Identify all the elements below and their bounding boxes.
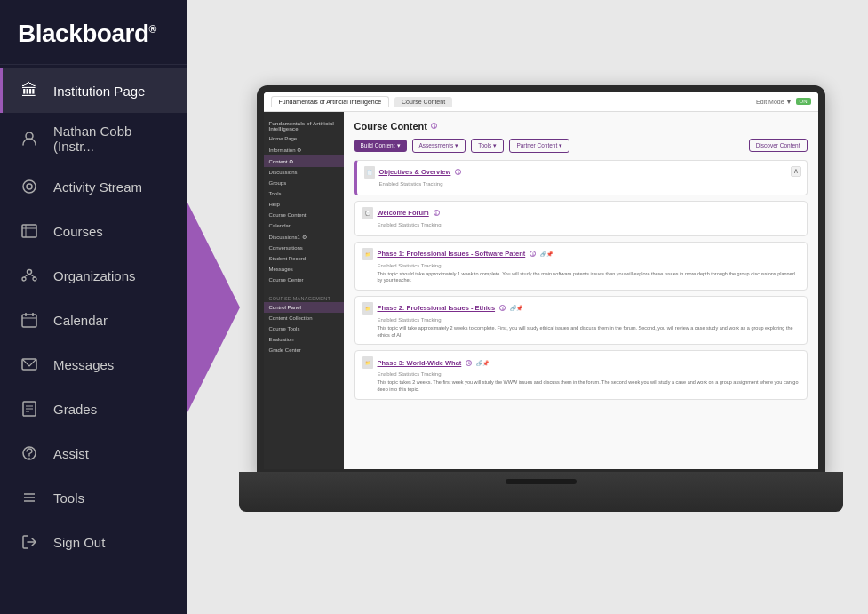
topbar-icons: Edit Mode ▼ ON — [756, 98, 810, 105]
sidebar-item-activity-stream[interactable]: Activity Stream — [0, 164, 187, 209]
sidebar-item-courses[interactable]: Courses — [0, 209, 187, 253]
item3-desc: This topic should take approximately 1 w… — [378, 271, 800, 284]
discover-content-btn[interactable]: Discover Content — [749, 139, 808, 152]
laptop-screen: Fundamentals of Artificial Intelligence … — [257, 85, 825, 476]
inner-nav-evaluation[interactable]: Evaluation — [264, 334, 344, 345]
sidebar-label-activity: Activity Stream — [53, 179, 142, 195]
sidebar-label-grades: Grades — [53, 402, 97, 417]
calendar-icon — [18, 308, 41, 331]
partner-content-btn[interactable]: Partner Content ▾ — [509, 139, 569, 153]
svg-line-9 — [24, 275, 29, 278]
inner-nav-course-center[interactable]: Course Center — [264, 275, 344, 285]
sidebar-item-calendar[interactable]: Calendar — [0, 298, 187, 342]
inner-nav-student-record[interactable]: Student Record — [264, 253, 344, 264]
page-title-info: ℹ — [431, 123, 437, 129]
inner-nav-calendar[interactable]: Calendar — [264, 220, 344, 231]
help-link[interactable]: Edit Mode ▼ — [756, 99, 792, 105]
inner-nav-discussions1[interactable]: Discussions1 ⚙ — [264, 231, 344, 243]
inner-nav-tools[interactable]: Tools — [264, 188, 344, 199]
inner-nav-grade-center[interactable]: Grade Center — [264, 345, 344, 355]
inner-sidebar-title: Fundamentals of Artificial Intelligence — [264, 117, 344, 133]
assessments-btn[interactable]: Assessments ▾ — [412, 139, 466, 153]
screen-topbar: Fundamentals of Artificial Intelligence … — [264, 92, 818, 112]
item4-info: ℹ — [499, 305, 506, 311]
item2-header: 💬 Welcome Forum ℹ — [362, 207, 800, 219]
item1-header: 📄 Objectives & Overview ℹ — [364, 166, 800, 179]
item2-subtitle: Enabled Statistics Tracking — [378, 222, 800, 227]
inner-nav-information[interactable]: Information ⚙ — [264, 144, 344, 155]
item3-header: 📁 Phase 1: Professional Issues - Softwar… — [362, 248, 800, 260]
inner-nav-course-content[interactable]: Course Content — [264, 210, 344, 220]
tab-fundamentals[interactable]: Fundamentals of Artificial Intelligence — [271, 96, 390, 107]
tools-btn[interactable]: Tools ▾ — [471, 139, 504, 153]
item5-info: ℹ — [466, 360, 472, 366]
item3-subtitle: Enabled Statistics Tracking — [378, 263, 800, 268]
item4-title[interactable]: Phase 2: Professional Issues - Ethics — [378, 304, 496, 312]
inner-nav-home[interactable]: Home Page — [264, 133, 344, 144]
activity-icon — [18, 175, 41, 198]
course-management-title: Course Management — [264, 292, 344, 302]
inner-nav-content[interactable]: Content ⚙ — [264, 155, 344, 167]
tab-course-content[interactable]: Course Content — [394, 97, 452, 107]
inner-nav-control-panel[interactable]: Control Panel — [264, 302, 344, 313]
inner-nav-messages[interactable]: Messages — [264, 264, 344, 275]
grades-icon — [18, 397, 41, 420]
screen-body: Fundamentals of Artificial Intelligence … — [264, 112, 818, 469]
sidebar-item-tools[interactable]: Tools — [0, 475, 187, 520]
sidebar-logo: Blackboard® — [0, 0, 187, 65]
item1-title[interactable]: Objectives & Overview — [379, 168, 451, 176]
sidebar-item-nathan-cobb[interactable]: Nathan Cobb (Instr... — [0, 113, 187, 164]
sidebar: Blackboard® 🏛 Institution Page Nathan Co… — [0, 0, 187, 614]
course-management-section: Course Management Control Panel Content … — [264, 292, 344, 355]
item4-header: 📁 Phase 2: Professional Issues - Ethics … — [362, 302, 800, 315]
user-icon — [18, 127, 41, 150]
svg-point-1 — [23, 180, 36, 193]
sidebar-label-assist: Assist — [53, 446, 89, 461]
item2-title[interactable]: Welcome Forum — [378, 209, 429, 217]
inner-toolbar: Build Content ▾ Assessments ▾ Tools ▾ — [354, 139, 808, 153]
item4-desc: This topic will take approximately 2 wee… — [378, 325, 800, 339]
assist-icon — [18, 442, 41, 465]
svg-point-6 — [28, 270, 32, 275]
item5-badge: 🔗📌 — [476, 360, 489, 366]
svg-point-7 — [22, 277, 26, 281]
item5-subtitle: Enabled Statistics Tracking — [378, 371, 800, 377]
dropdown-icon: ▾ — [397, 142, 401, 149]
inner-nav-content-collection[interactable]: Content Collection — [264, 313, 344, 323]
sidebar-label-messages: Messages — [53, 357, 114, 372]
inner-nav-conversations[interactable]: Conversations — [264, 243, 344, 253]
laptop-base — [239, 472, 843, 512]
sidebar-item-organizations[interactable]: Organizations — [0, 253, 187, 298]
sidebar-item-institution-page[interactable]: 🏛 Institution Page — [0, 68, 187, 113]
item3-info: ℹ — [530, 251, 536, 257]
signout-icon — [18, 530, 41, 554]
sidebar-item-sign-out[interactable]: Sign Out — [0, 520, 187, 564]
build-content-btn[interactable]: Build Content ▾ — [354, 140, 407, 152]
item5-desc: This topic takes 2 weeks. The first week… — [378, 379, 800, 393]
item1-subtitle: Enabled Statistics Tracking — [379, 181, 800, 187]
svg-rect-3 — [22, 225, 36, 237]
tools-icon — [18, 486, 41, 509]
inner-nav-groups[interactable]: Groups — [264, 178, 344, 188]
inner-page-title: Course Content ℹ — [354, 121, 808, 132]
item4-subtitle: Enabled Statistics Tracking — [378, 317, 800, 323]
inner-nav-course-tools[interactable]: Course Tools — [264, 323, 344, 334]
courses-icon — [18, 219, 41, 243]
laptop-mockup: Fundamentals of Artificial Intelligence … — [239, 85, 843, 530]
sidebar-item-assist[interactable]: Assist — [0, 431, 187, 475]
sidebar-label-tools: Tools — [53, 490, 84, 506]
inner-nav-help[interactable]: Help — [264, 199, 344, 210]
inner-nav-discussions[interactable]: Discussions — [264, 167, 344, 178]
content-item-3: 📁 Phase 1: Professional Issues - Softwar… — [354, 242, 808, 291]
item1-collapse-btn[interactable]: ∧ — [791, 166, 801, 177]
item5-title[interactable]: Phase 3: World-Wide What — [378, 359, 462, 367]
item2-icon: 💬 — [362, 207, 373, 219]
sidebar-label-nathan: Nathan Cobb (Instr... — [53, 124, 169, 154]
sidebar-item-grades[interactable]: Grades — [0, 387, 187, 431]
sidebar-item-messages[interactable]: Messages — [0, 342, 187, 387]
sidebar-label-courses: Courses — [53, 224, 103, 239]
on-badge: ON — [796, 98, 811, 105]
item4-icon: 📁 — [362, 302, 373, 315]
item3-title[interactable]: Phase 1: Professional Issues - Software … — [378, 250, 526, 258]
inner-sidebar: Fundamentals of Artificial Intelligence … — [264, 112, 344, 469]
